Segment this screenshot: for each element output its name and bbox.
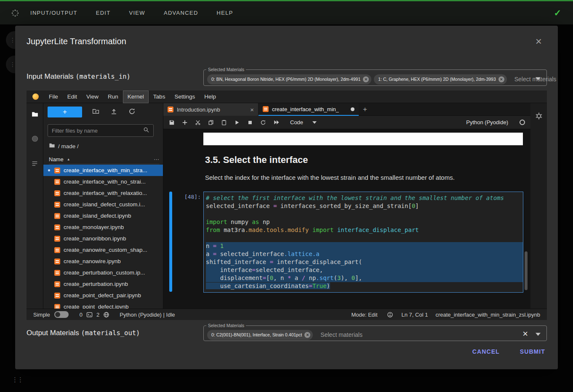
file-browser-tab-icon[interactable] [31, 111, 38, 119]
code-cell[interactable]: # select the first interface with the lo… [203, 192, 523, 293]
app-logo-icon[interactable] [11, 9, 19, 17]
tab-create-interface[interactable]: create_interface_with_min_ [259, 103, 359, 116]
tab-introduction[interactable]: Introduction.ipynb × [163, 103, 259, 116]
output-materials-label-text: Output Materials [27, 329, 79, 337]
file-list-item[interactable]: create_point_defect.ipynb [43, 301, 163, 309]
chip-delete-icon[interactable]: × [498, 76, 504, 82]
folder-icon [49, 142, 55, 150]
file-list-item[interactable]: create_nanowire.ipynb [43, 256, 163, 267]
file-filter-input[interactable] [52, 128, 143, 134]
running-sessions-tab-icon[interactable] [31, 135, 38, 144]
table-of-contents-tab-icon[interactable] [31, 160, 38, 168]
paste-icon[interactable] [221, 120, 227, 125]
add-tab-button[interactable]: + [359, 103, 371, 115]
file-name: create_nanowire.ipynb [64, 258, 121, 264]
file-list-item[interactable]: create_nanoribbon.ipynb [43, 233, 163, 244]
topbar-menu-edit[interactable]: EDIT [96, 10, 111, 16]
save-icon[interactable] [169, 120, 175, 125]
apply-check-icon[interactable]: ✓ [554, 8, 561, 18]
jupyter-menu-settings[interactable]: Settings [170, 91, 200, 103]
file-name: create_nanoribbon.ipynb [64, 235, 126, 242]
new-launcher-button[interactable]: + [48, 107, 82, 117]
restart-kernel-icon[interactable] [260, 120, 266, 125]
name-column-header[interactable]: Name [49, 156, 64, 163]
topbar-menu-advanced[interactable]: ADVANCED [164, 10, 198, 16]
kernels-count[interactable]: 2 [96, 312, 99, 318]
topbar-menu-view[interactable]: VIEW [129, 10, 145, 16]
notebook-file-icon [54, 168, 60, 173]
refresh-icon[interactable] [128, 108, 136, 116]
chip-delete-icon[interactable]: × [304, 332, 310, 338]
material-chip[interactable]: 0: BN, Hexagonal Boron Nitride, HEX (P6/… [207, 74, 371, 84]
cell-collapser[interactable] [169, 192, 172, 292]
jupyter-activity-bar [27, 103, 43, 309]
notebook-scrollbar[interactable] [525, 251, 528, 290]
jupyter-menu-kernel[interactable]: Kernel [123, 91, 149, 103]
output-materials-select[interactable]: Selected Materials 0: C2(001)-BN(001), I… [203, 323, 547, 341]
notebook-file-icon [54, 213, 60, 219]
jupyter-menu-tabs[interactable]: Tabs [149, 91, 170, 103]
cut-icon[interactable] [195, 120, 201, 125]
kernel-status-text[interactable]: Python (Pyodide) | Idle [120, 312, 175, 318]
file-list-header[interactable]: Name ▲ ⋯ [49, 155, 160, 164]
clear-selection-icon[interactable]: × [522, 328, 528, 339]
file-list-item[interactable]: create_island_defect.ipynb [43, 210, 163, 221]
jupyter-menu-help[interactable]: Help [200, 91, 221, 103]
file-list-item[interactable]: create_island_defect_custom.i... [43, 199, 163, 210]
kernel-status-icon[interactable] [520, 120, 525, 125]
jupyter-menu-file[interactable]: File [44, 91, 63, 103]
cancel-button[interactable]: CANCEL [472, 348, 500, 355]
material-chip[interactable]: 1: C, Graphene, HEX (P6/mmm) 2D (Monolay… [374, 74, 507, 84]
code-editor[interactable]: # select the first interface with the lo… [206, 194, 523, 290]
run-icon[interactable] [234, 120, 240, 125]
topbar-menu-help[interactable]: HELP [217, 10, 233, 16]
close-icon[interactable]: × [250, 106, 254, 113]
chip-delete-icon[interactable]: × [363, 76, 369, 82]
file-list-item[interactable]: create_monolayer.ipynb [43, 221, 163, 233]
material-chip[interactable]: 0: C2(001)-BN(001), Interface, Strain 0.… [207, 330, 313, 340]
submit-button[interactable]: SUBMIT [520, 348, 545, 355]
topbar-menu-input-output[interactable]: INPUT/OUTPUT [30, 10, 77, 16]
new-folder-icon[interactable] [92, 108, 99, 116]
restart-run-all-icon[interactable] [273, 119, 280, 125]
code-line-text: shifted_interface = interface_displace_p… [206, 259, 362, 265]
breadcrumb[interactable]: / made / [49, 142, 79, 150]
drag-handle[interactable]: ⋮⋮ [12, 376, 23, 384]
jupyter-menu-edit[interactable]: Edit [63, 91, 82, 103]
kernel-name[interactable]: Python (Pyodide) [466, 119, 508, 125]
code-line-text: a = selected_interface.lattice.a [206, 251, 320, 257]
file-list-item[interactable]: create_interface_with_relaxatio... [43, 187, 163, 199]
stop-icon[interactable] [247, 120, 253, 125]
chevron-down-icon [312, 121, 317, 124]
file-list-item[interactable]: create_nanowire_custom_shap... [43, 244, 163, 256]
cell-type-dropdown[interactable]: Code [290, 119, 317, 125]
output-select-placeholder[interactable]: Select materials [320, 331, 362, 338]
file-list-item[interactable]: create_interface_with_min_stra... [43, 165, 163, 176]
file-list-item[interactable]: create_interface_with_no_strai... [43, 176, 163, 187]
copy-icon[interactable] [208, 120, 214, 125]
simple-mode-toggle[interactable] [54, 311, 69, 318]
upload-icon[interactable] [110, 108, 117, 116]
input-materials-select[interactable]: Selected Materials 0: BN, Hexagonal Boro… [203, 67, 547, 86]
file-filter-box[interactable] [48, 124, 154, 137]
input-materials-chips: 0: BN, Hexagonal Boron Nitride, HEX (P6/… [207, 74, 556, 84]
chevron-down-icon[interactable] [536, 77, 541, 80]
file-name: create_island_defect_custom.i... [64, 201, 145, 208]
file-list-item[interactable]: create_perturbation_custom.ip... [43, 267, 163, 278]
kernel-sessions-icon [103, 312, 109, 318]
ellipsis-icon[interactable]: ⋯ [154, 156, 160, 163]
close-icon[interactable]: × [536, 36, 542, 47]
file-list-item[interactable]: create_perturbation.ipynb [43, 278, 163, 290]
chevron-down-icon[interactable] [536, 333, 541, 336]
unsaved-changes-dot[interactable] [351, 107, 354, 111]
insert-cell-icon[interactable] [182, 120, 188, 125]
jupyter-menu-run[interactable]: Run [103, 91, 123, 103]
code-line-text: selected_interface = interfaces_sorted_b… [206, 203, 419, 209]
jupyter-menu-view[interactable]: View [82, 91, 103, 103]
sort-ascending-icon: ▲ [67, 157, 70, 161]
status-circle-icon[interactable] [387, 312, 393, 318]
file-list-item[interactable]: create_point_defect_pair.ipynb [43, 290, 163, 301]
settings-gear-icon[interactable] [535, 112, 542, 121]
terminals-count[interactable]: 0 [80, 312, 83, 318]
jupyter-menu-items: FileEditViewRunKernelTabsSettingsHelp [44, 91, 221, 103]
